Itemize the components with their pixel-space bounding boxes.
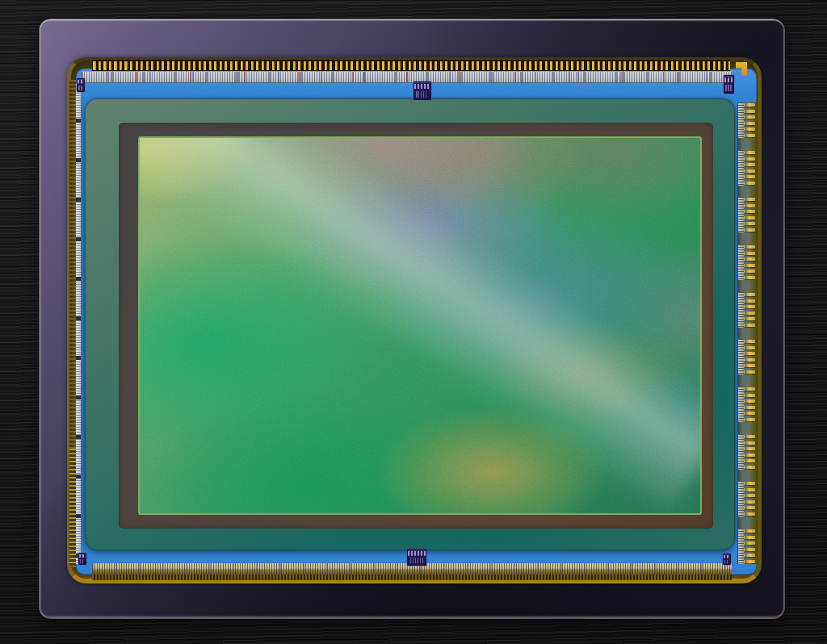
gold-contact-bar <box>745 512 755 516</box>
alignment-chip <box>78 553 86 565</box>
gold-contact-bar <box>745 340 755 343</box>
micro-ladder <box>738 387 744 422</box>
alignment-chip <box>407 549 426 566</box>
gold-contact-bar <box>745 548 755 551</box>
gold-contact-bar <box>745 305 755 308</box>
gold-contact-bar <box>745 228 755 232</box>
contact-strip-right <box>737 102 757 564</box>
gold-contact-bar <box>745 175 755 178</box>
gold-contact-bar <box>745 394 755 397</box>
gold-contact-bar <box>745 210 755 213</box>
contact-group <box>738 245 756 280</box>
gold-contact-bar <box>745 222 755 225</box>
gold-contact-bar <box>745 252 755 255</box>
contact-group <box>738 529 756 564</box>
gold-contact-bar <box>745 257 755 261</box>
gold-contact-bar <box>745 115 755 119</box>
alignment-chip <box>414 82 431 100</box>
gold-contact-bar <box>745 324 755 327</box>
gold-contact-bar <box>745 182 755 185</box>
gold-contact-bar <box>745 110 755 113</box>
contact-group <box>738 387 756 422</box>
contact-group <box>738 197 756 232</box>
gold-contact-bar <box>745 529 755 533</box>
gold-contact-bar <box>745 459 755 462</box>
gold-contact-bar <box>745 406 755 409</box>
gold-contact-bar <box>745 151 755 154</box>
gold-contact-bar <box>745 454 755 457</box>
gold-contact-bar <box>745 157 755 161</box>
gold-contact-bar <box>745 418 755 421</box>
gold-contact-bar <box>745 245 755 249</box>
gold-contact-bar <box>745 317 755 320</box>
micro-ladder <box>738 339 744 374</box>
gold-contact-bar <box>745 134 755 137</box>
bond-pad-row-top <box>92 60 730 72</box>
gold-contact-bar <box>745 536 755 539</box>
bond-comb-bottom <box>92 574 732 580</box>
active-pixel-array <box>138 136 702 515</box>
gold-contact-bar <box>745 441 755 445</box>
micro-ladder <box>738 197 744 232</box>
contact-group <box>738 150 756 186</box>
gold-contact-bar <box>745 163 755 166</box>
alignment-chip <box>723 554 731 565</box>
micro-ladder <box>738 150 744 186</box>
gold-contact-bar <box>745 312 755 315</box>
gold-contact-bar <box>745 387 755 391</box>
gold-contact-bar <box>745 488 755 491</box>
gold-contact-bar <box>745 204 755 207</box>
alignment-chip <box>724 75 734 94</box>
gold-contact-bar <box>745 169 755 173</box>
gold-contact-bar <box>745 299 755 303</box>
gold-contact-bar <box>745 482 755 485</box>
gold-contact-bar <box>745 370 755 374</box>
contact-group <box>738 434 756 470</box>
gold-contact-bar <box>745 270 755 273</box>
micro-ladder <box>738 102 744 138</box>
micro-ladder <box>738 529 744 564</box>
contact-group <box>738 339 756 374</box>
gold-contact-bar <box>745 293 755 296</box>
gold-contact-bar <box>745 554 755 557</box>
gold-contact-bar <box>745 352 755 355</box>
gold-contact-bar <box>745 358 755 362</box>
bond-ladder-left <box>76 83 81 564</box>
micro-ladder <box>738 292 744 328</box>
gold-contact-bar <box>745 364 755 367</box>
gold-contact-bar <box>745 500 755 504</box>
micro-ladder <box>738 245 744 280</box>
background-brushed-metal <box>0 0 827 644</box>
micro-ladder <box>738 434 744 470</box>
contact-group <box>738 292 756 328</box>
gold-contact-bar <box>745 542 755 545</box>
gold-contact-bar <box>745 198 755 201</box>
sensor-package <box>39 19 785 619</box>
gold-contact-bar <box>745 399 755 403</box>
contact-group <box>738 481 756 516</box>
gold-contact-bar <box>745 412 755 415</box>
gold-contact-bar <box>745 447 755 450</box>
iridescence-sheen <box>138 136 702 515</box>
gold-contact-bar <box>745 494 755 497</box>
gold-contact-bar <box>745 122 755 125</box>
gold-contact-bar <box>745 506 755 509</box>
micro-ladder <box>738 481 744 516</box>
gold-bond-pads <box>92 61 730 70</box>
gold-dots-left <box>69 449 76 567</box>
gold-contact-bar <box>745 560 755 563</box>
gold-contact-bar <box>745 346 755 349</box>
gold-contact-bar <box>745 216 755 220</box>
alignment-chip <box>77 78 85 92</box>
contact-group <box>738 102 756 138</box>
gold-contact-bar <box>745 466 755 469</box>
gold-contact-bar <box>745 103 755 107</box>
gold-contact-bar <box>745 128 755 131</box>
gold-contact-bar <box>745 276 755 279</box>
bond-wire-strip-top <box>82 71 733 83</box>
gold-contact-bar <box>745 264 755 267</box>
gold-contact-bar <box>745 435 755 438</box>
